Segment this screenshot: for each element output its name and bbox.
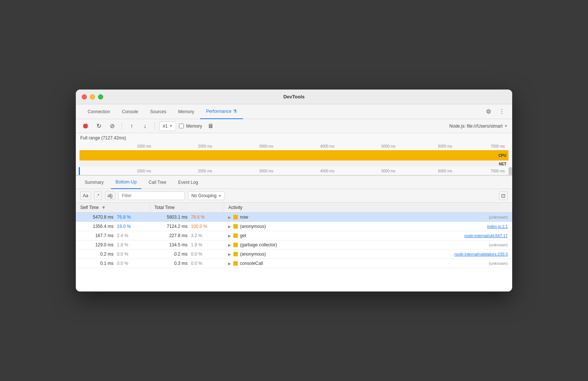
filter-case-btn[interactable]: Aa bbox=[80, 191, 91, 200]
activity-name: get bbox=[240, 233, 246, 238]
self-time-value: 129.0 ms bbox=[80, 242, 114, 247]
table-body: 5470.8 ms 76.8 % 5603.1 ms 78.6 % ▶ now … bbox=[76, 213, 512, 268]
activity-cell: ▶ now (unknown) bbox=[228, 215, 508, 220]
close-button[interactable] bbox=[82, 94, 87, 100]
activity-cell: ▶ (anonymous) index.js:1:1 bbox=[228, 224, 508, 229]
activity-name: (anonymous) bbox=[240, 252, 266, 257]
tab-event-log[interactable]: Event Log bbox=[174, 176, 203, 189]
table-row[interactable]: 0.2 ms 0.0 % 0.2 ms 0.0 % ▶ (anonymous) … bbox=[76, 250, 512, 259]
target-selector[interactable]: Node.js: file:///Users/stmart ▼ bbox=[449, 124, 508, 129]
timeline-ruler-bottom: 1000 ms 2000 ms 3000 ms 4000 ms 5000 ms … bbox=[76, 167, 512, 175]
expand-panel-button[interactable]: ⊡ bbox=[499, 191, 508, 200]
window-title: DevTools bbox=[283, 94, 305, 100]
memory-checkbox-container[interactable]: Memory bbox=[179, 124, 202, 129]
cell-self-time: 167.7 ms 2.4 % bbox=[76, 231, 150, 240]
activity-source[interactable]: node:internal/util:647:17 bbox=[464, 233, 508, 238]
tab-console[interactable]: Console bbox=[116, 104, 144, 119]
cell-activity: ▶ now (unknown) bbox=[224, 213, 512, 222]
maximize-button[interactable] bbox=[98, 94, 103, 100]
record-button[interactable]: ⏺ bbox=[80, 121, 91, 131]
col-self-time[interactable]: Self Time ▼ bbox=[76, 203, 150, 213]
total-time-value: 0.3 ms bbox=[154, 261, 187, 266]
net-bar-container: NET bbox=[80, 161, 508, 166]
activity-left: ▶ consoleCall bbox=[228, 261, 263, 266]
cpu-bar bbox=[80, 150, 508, 161]
col-total-time[interactable]: Total Time bbox=[150, 203, 224, 213]
title-bar: DevTools bbox=[76, 90, 512, 104]
reload-button[interactable]: ↻ bbox=[94, 121, 104, 131]
activity-source[interactable]: node:internal/validators:235:3 bbox=[454, 252, 508, 256]
cell-total-time: 5603.1 ms 78.6 % bbox=[150, 213, 224, 222]
cell-self-time: 5470.8 ms 76.8 % bbox=[76, 213, 150, 222]
total-percent-value: 3.2 % bbox=[189, 233, 202, 238]
total-time-value: 5603.1 ms bbox=[154, 215, 187, 220]
activity-source: (unknown) bbox=[489, 243, 508, 247]
col-activity[interactable]: Activity bbox=[224, 203, 512, 213]
net-label: NET bbox=[499, 162, 506, 166]
activity-left: ▶ (garbage collector) bbox=[228, 242, 277, 247]
expand-arrow-icon[interactable]: ▶ bbox=[228, 225, 231, 229]
expand-arrow-icon[interactable]: ▶ bbox=[228, 243, 231, 247]
minimize-button[interactable] bbox=[90, 94, 95, 100]
cpu-label: CPU bbox=[499, 154, 506, 158]
filter-regex-btn[interactable]: .* bbox=[94, 191, 102, 200]
tick2-7000: 7000 ms bbox=[491, 167, 505, 175]
tab-performance[interactable]: Performance ⚗ bbox=[200, 104, 243, 119]
table-row[interactable]: 0.1 ms 0.0 % 0.3 ms 0.0 % ▶ consoleCall … bbox=[76, 259, 512, 268]
tab-bottom-up[interactable]: Bottom-Up bbox=[111, 176, 141, 189]
tick2-1000: 1000 ms bbox=[137, 167, 151, 175]
total-time-value: 0.2 ms bbox=[154, 252, 187, 257]
target-chevron-icon: ▼ bbox=[504, 124, 508, 128]
activity-left: ▶ (anonymous) bbox=[228, 224, 266, 229]
panel-expand-icon: ⊡ bbox=[501, 193, 506, 199]
activity-color-block bbox=[233, 215, 238, 219]
cell-activity: ▶ get node:internal/util:647:17 bbox=[224, 231, 512, 240]
activity-cell: ▶ (anonymous) node:internal/validators:2… bbox=[228, 252, 508, 257]
tab-sources[interactable]: Sources bbox=[144, 104, 172, 119]
upload-button[interactable]: ↑ bbox=[126, 121, 137, 131]
cell-activity: ▶ (garbage collector) (unknown) bbox=[224, 240, 512, 250]
clear-button[interactable]: ⊘ bbox=[107, 121, 117, 131]
filter-whole-word-btn[interactable]: ab̲ bbox=[105, 191, 116, 200]
activity-source: (unknown) bbox=[489, 215, 508, 219]
memory-checkbox[interactable] bbox=[179, 124, 184, 128]
more-options-button[interactable]: ⋮ bbox=[497, 107, 506, 116]
timeline-area: Full range (7127.42ms) 1000 ms 2000 ms 3… bbox=[76, 133, 512, 176]
profile-selector[interactable]: #1 ▼ bbox=[159, 121, 176, 131]
expand-arrow-icon[interactable]: ▶ bbox=[228, 262, 231, 266]
table-row[interactable]: 129.0 ms 1.8 % 134.5 ms 1.9 % ▶ (garbage… bbox=[76, 240, 512, 250]
action-bar: ⏺ ↻ ⊘ ↑ ↓ #1 ▼ Memory 🖥 Node.js: file://… bbox=[76, 119, 512, 133]
tick-5000: 5000 ms bbox=[381, 144, 395, 148]
table-row[interactable]: 1356.4 ms 19.0 % 7124.2 ms 100.0 % ▶ (an… bbox=[76, 222, 512, 231]
total-time-value: 134.5 ms bbox=[154, 242, 187, 247]
table-row[interactable]: 5470.8 ms 76.8 % 5603.1 ms 78.6 % ▶ now … bbox=[76, 213, 512, 222]
table-row[interactable]: 167.7 ms 2.4 % 227.8 ms 3.2 % ▶ get node… bbox=[76, 231, 512, 240]
screenshot-button[interactable]: 🖥 bbox=[205, 121, 216, 131]
cell-activity: ▶ (anonymous) node:internal/validators:2… bbox=[224, 250, 512, 259]
expand-arrow-icon[interactable]: ▶ bbox=[228, 234, 231, 238]
tick2-3000: 3000 ms bbox=[259, 167, 273, 175]
tab-call-tree[interactable]: Call Tree bbox=[144, 176, 171, 189]
tab-summary[interactable]: Summary bbox=[80, 176, 108, 189]
scrollbar-thumb[interactable] bbox=[508, 167, 512, 175]
range-label: Full range (7127.42ms) bbox=[76, 133, 512, 142]
total-percent-value: 78.6 % bbox=[189, 215, 205, 220]
expand-arrow-icon[interactable]: ▶ bbox=[228, 215, 231, 219]
activity-source[interactable]: index.js:1:1 bbox=[487, 224, 508, 229]
expand-arrow-icon[interactable]: ▶ bbox=[228, 252, 231, 256]
tick-1000: 1000 ms bbox=[137, 144, 151, 148]
tab-memory[interactable]: Memory bbox=[172, 104, 200, 119]
cell-activity: ▶ (anonymous) index.js:1:1 bbox=[224, 222, 512, 231]
tab-connection[interactable]: Connection bbox=[82, 104, 116, 119]
cell-self-time: 129.0 ms 1.8 % bbox=[76, 240, 150, 250]
settings-button[interactable]: ⚙ bbox=[484, 107, 493, 116]
grouping-selector[interactable]: No Grouping ▼ bbox=[188, 191, 225, 200]
cell-total-time: 7124.2 ms 100.0 % bbox=[150, 222, 224, 231]
download-button[interactable]: ↓ bbox=[140, 121, 150, 131]
cell-self-time: 0.1 ms 0.0 % bbox=[76, 259, 150, 268]
table-container[interactable]: Self Time ▼ Total Time Activity 5470.8 m… bbox=[76, 203, 512, 291]
activity-name: consoleCall bbox=[240, 261, 263, 266]
total-percent-value: 0.0 % bbox=[189, 261, 202, 266]
filter-input[interactable] bbox=[118, 191, 185, 200]
divider-2 bbox=[155, 122, 155, 130]
